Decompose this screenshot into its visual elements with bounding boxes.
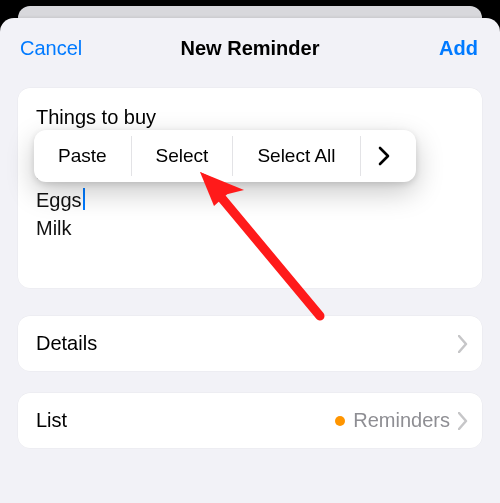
- text-cursor: [83, 188, 85, 210]
- new-reminder-sheet: Cancel New Reminder Add Things to buy Br…: [0, 18, 500, 503]
- cancel-button[interactable]: Cancel: [20, 18, 82, 78]
- context-menu-select-all[interactable]: Select All: [233, 130, 359, 182]
- chevron-right-icon: [458, 335, 468, 353]
- add-button[interactable]: Add: [439, 18, 478, 78]
- reminder-title-field[interactable]: Things to buy: [36, 104, 464, 130]
- chevron-right-icon: [458, 412, 468, 430]
- list-row[interactable]: List Reminders: [18, 393, 482, 448]
- sheet-title: New Reminder: [181, 37, 320, 60]
- row-label: Details: [36, 332, 97, 355]
- sheet-header: Cancel New Reminder Add: [0, 18, 500, 78]
- list-value: Reminders: [353, 409, 450, 432]
- notes-line: Eggs: [36, 189, 82, 211]
- notes-line: Milk: [36, 217, 72, 239]
- row-label: List: [36, 409, 67, 432]
- text-context-menu: Paste Select Select All: [34, 130, 416, 182]
- list-row-card: List Reminders: [18, 393, 482, 448]
- list-color-dot: [335, 416, 345, 426]
- context-menu-paste[interactable]: Paste: [34, 130, 131, 182]
- chevron-right-icon: [378, 146, 390, 166]
- context-menu-more[interactable]: [361, 130, 407, 182]
- details-row-card: Details: [18, 316, 482, 371]
- details-row[interactable]: Details: [18, 316, 482, 371]
- context-menu-select[interactable]: Select: [132, 130, 233, 182]
- reminder-edit-card[interactable]: Things to buy Bread Eggs Milk: [18, 88, 482, 288]
